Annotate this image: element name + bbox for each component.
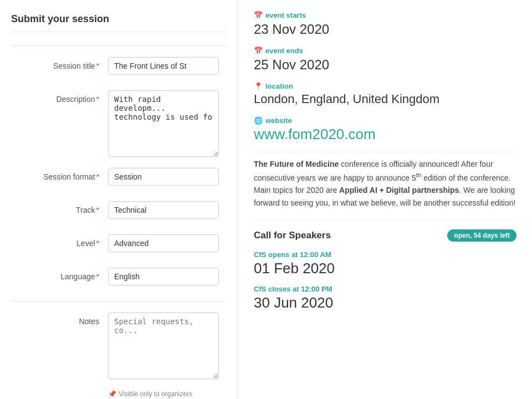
notes-row: Notes <box>11 313 227 379</box>
cfs-closes-label: CfS closes at 12:00 PM <box>254 285 516 293</box>
cfs-opens-label: CfS opens at 12:00 AM <box>254 250 516 259</box>
cfs-closes-value: 30 Jun 2020 <box>254 294 516 311</box>
website-link[interactable]: www.fom2020.com <box>254 126 376 142</box>
required-marker: * <box>96 272 99 281</box>
required-marker: * <box>96 95 99 104</box>
description-row: Description* With rapid developm... tech… <box>11 90 227 157</box>
description-bold-start: The Future of Medicine <box>254 160 339 168</box>
description-input[interactable]: With rapid developm... technology is use… <box>108 90 219 157</box>
calendar-icon: 📅 <box>254 11 263 19</box>
track-label: Track* <box>11 201 108 214</box>
cfs-closes-row: CfS closes at 12:00 PM 30 Jun 2020 <box>254 285 516 311</box>
website-label: 🌐 website <box>254 116 516 125</box>
language-input[interactable] <box>108 268 219 285</box>
location-value: London, England, United Kingdom <box>254 91 516 108</box>
description-superscript: th <box>416 171 422 178</box>
notes-input[interactable] <box>108 313 219 379</box>
session-format-input[interactable] <box>108 168 219 186</box>
required-marker: * <box>96 206 99 214</box>
session-format-label: Session format* <box>11 168 108 181</box>
cfs-badge: open, 54 days left <box>447 229 516 242</box>
event-starts-value: 23 Nov 2020 <box>254 21 516 38</box>
level-input[interactable] <box>108 234 219 252</box>
right-panel: 📅 event starts 23 Nov 2020 📅 event ends … <box>238 0 532 399</box>
website-row: 🌐 website www.fom2020.com <box>254 116 516 143</box>
globe-icon: 🌐 <box>254 116 263 125</box>
required-marker: * <box>96 62 99 70</box>
session-title-label: Session title* <box>11 57 108 70</box>
divider-2 <box>11 301 227 301</box>
location-row: 📍 location London, England, United Kingd… <box>254 82 516 108</box>
page-title: Submit your session <box>11 13 227 32</box>
pin-icon: 📌 <box>108 390 116 398</box>
language-row: Language* <box>11 268 227 290</box>
cfs-header: Call for Speakers open, 54 days left <box>254 229 516 242</box>
description-bold-middle: Applied AI + Digital partnerships <box>339 186 459 195</box>
event-starts-row: 📅 event starts 23 Nov 2020 <box>254 11 516 38</box>
level-row: Level* <box>11 234 227 257</box>
cfs-title: Call for Speakers <box>254 230 331 241</box>
location-label: 📍 location <box>254 82 516 90</box>
track-input[interactable] <box>108 201 219 219</box>
visible-note: 📌 Visible only to organizers <box>11 390 227 398</box>
required-marker: * <box>96 172 99 181</box>
cfs-opens-value: 01 Feb 2020 <box>254 260 516 277</box>
event-ends-row: 📅 event ends 25 Nov 2020 <box>254 47 516 73</box>
calendar-end-icon: 📅 <box>254 47 263 55</box>
track-row: Track* <box>11 201 227 223</box>
required-marker: * <box>96 239 99 248</box>
level-label: Level* <box>11 234 108 248</box>
divider <box>11 45 227 46</box>
session-format-row: Session format* <box>11 168 227 190</box>
description-label: Description* <box>11 90 108 104</box>
language-label: Language* <box>11 268 108 281</box>
notes-label: Notes <box>11 313 108 326</box>
location-icon: 📍 <box>254 82 263 90</box>
event-starts-label: 📅 event starts <box>254 11 516 19</box>
event-description: The Future of Medicine conference is off… <box>254 152 516 209</box>
cfs-section: Call for Speakers open, 54 days left CfS… <box>254 220 516 311</box>
event-ends-value: 25 Nov 2020 <box>254 56 516 73</box>
session-title-input[interactable] <box>108 57 219 75</box>
cfs-opens-row: CfS opens at 12:00 AM 01 Feb 2020 <box>254 250 516 277</box>
session-title-row: Session title* <box>11 57 227 79</box>
event-ends-label: 📅 event ends <box>254 47 516 55</box>
left-panel: Submit your session Session title* Descr… <box>0 0 238 399</box>
